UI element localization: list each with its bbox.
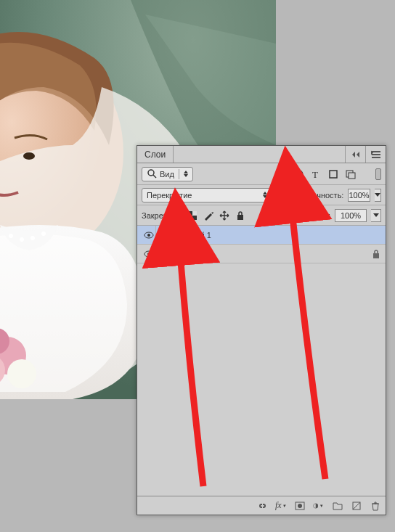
layers-list: Слой 1 Фон xyxy=(137,226,386,263)
visibility-eye-icon[interactable] xyxy=(143,248,155,260)
svg-rect-22 xyxy=(237,215,243,220)
lock-fill-row: Закрепить: Заливка: 100% xyxy=(137,205,386,226)
dropdown-arrows-icon xyxy=(184,171,188,177)
fill-value-input[interactable]: 100% xyxy=(335,209,367,222)
link-layers-icon[interactable] xyxy=(256,500,268,512)
svg-text:T: T xyxy=(312,169,318,179)
shape-filter-icon[interactable] xyxy=(327,168,339,180)
layer-row[interactable]: Слой 1 xyxy=(137,226,386,245)
opacity-slider-toggle[interactable] xyxy=(375,189,381,202)
svg-point-6 xyxy=(9,234,13,238)
tab-layers[interactable]: Слои xyxy=(137,146,174,163)
delete-layer-icon[interactable] xyxy=(370,500,381,512)
svg-point-11 xyxy=(148,170,154,176)
svg-point-10 xyxy=(23,152,35,160)
lock-indicator-icon xyxy=(371,249,381,259)
blend-mode-dropdown[interactable]: Перекрытие xyxy=(142,188,272,202)
fill-slider-toggle[interactable] xyxy=(371,209,381,222)
lock-pixels-icon[interactable] xyxy=(203,210,214,221)
svg-point-29 xyxy=(298,504,302,508)
dropdown-arrows-icon xyxy=(263,192,267,198)
layer-filter-type-dropdown[interactable]: Вид xyxy=(142,167,193,181)
adjustment-filter-icon[interactable] xyxy=(293,168,304,180)
panel-bottom-bar: fx▾ ▾ xyxy=(137,496,386,515)
svg-point-7 xyxy=(20,237,24,242)
text-filter-icon[interactable]: T xyxy=(310,168,322,180)
svg-point-8 xyxy=(30,236,35,240)
layer-group-icon[interactable] xyxy=(332,500,343,512)
visibility-eye-icon[interactable] xyxy=(143,229,155,241)
svg-rect-18 xyxy=(188,211,192,216)
panel-tab-bar: Слои xyxy=(137,146,386,163)
lock-all-icon[interactable] xyxy=(235,210,246,221)
layer-thumbnail[interactable] xyxy=(162,228,179,242)
layer-name-label[interactable]: Фон xyxy=(185,250,365,258)
lock-transparency-icon[interactable] xyxy=(187,210,198,221)
svg-point-24 xyxy=(147,234,150,237)
panel-collapse-icon[interactable] xyxy=(345,146,365,163)
adjustment-layer-icon[interactable]: ▾ xyxy=(313,500,325,512)
svg-point-26 xyxy=(147,253,150,255)
panel-menu-icon[interactable] xyxy=(365,146,386,163)
search-icon xyxy=(147,168,157,180)
layer-effects-icon[interactable]: fx▾ xyxy=(275,500,287,512)
layer-row[interactable]: Фон xyxy=(137,245,386,263)
layer-filter-bar: Вид T xyxy=(137,163,386,185)
svg-point-4 xyxy=(7,359,36,388)
svg-rect-21 xyxy=(188,216,192,220)
svg-rect-17 xyxy=(349,173,355,179)
layer-name-label[interactable]: Слой 1 xyxy=(185,231,381,240)
svg-rect-15 xyxy=(330,171,337,178)
svg-point-9 xyxy=(41,232,46,236)
svg-rect-19 xyxy=(192,216,197,220)
svg-rect-27 xyxy=(373,253,379,258)
fill-label: Заливка: xyxy=(298,211,330,220)
smart-object-filter-icon[interactable] xyxy=(345,168,357,180)
blend-opacity-row: Перекрытие Непрозрачность: 100% xyxy=(137,185,386,205)
image-filter-icon[interactable] xyxy=(275,168,287,180)
opacity-value-input[interactable]: 100% xyxy=(348,189,370,202)
lock-position-icon[interactable] xyxy=(219,210,230,221)
svg-rect-20 xyxy=(192,211,197,216)
new-layer-icon[interactable] xyxy=(351,500,362,512)
blend-mode-value: Перекрытие xyxy=(147,191,192,200)
layer-mask-icon[interactable] xyxy=(294,500,306,512)
lock-label: Закрепить: xyxy=(142,211,182,220)
filter-toggle-switch[interactable] xyxy=(375,168,381,180)
filter-type-label: Вид xyxy=(160,170,174,179)
layer-thumbnail[interactable] xyxy=(162,247,179,261)
opacity-label: Непрозрачность: xyxy=(281,191,343,200)
layers-panel: Слои Вид T Перекрытие xyxy=(137,145,386,515)
